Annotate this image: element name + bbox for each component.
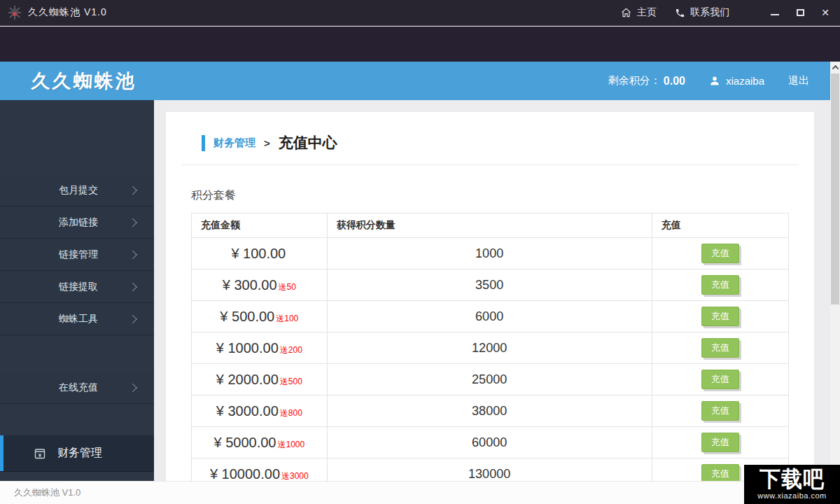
user-icon xyxy=(709,76,720,87)
window-title: 久久蜘蛛池 V1.0 xyxy=(28,6,107,19)
chevron-right-icon xyxy=(128,383,137,392)
sidebar-item-链接管理[interactable]: 链接管理 xyxy=(0,239,154,271)
amount-value: ¥ 2000.00 xyxy=(216,372,279,387)
scrollbar-thumb[interactable] xyxy=(831,74,839,304)
recharge-button[interactable]: 充值 xyxy=(701,401,739,421)
package-row: ¥ 100.00 1000 充值 xyxy=(192,238,789,270)
maximize-button[interactable] xyxy=(792,5,808,20)
svg-text:¥: ¥ xyxy=(38,451,42,458)
packages-table: 充值金额 获得积分数量 充值 ¥ 100.00 1000 充值 ¥ 300.00… xyxy=(191,213,789,481)
content-panel: 财务管理 > 充值中心 积分套餐 充值金额 获得积分数量 充值 xyxy=(166,112,814,481)
scrollbar[interactable] xyxy=(830,62,840,481)
bonus-label: 送1000 xyxy=(277,440,304,449)
user-menu[interactable]: xiazaiba xyxy=(709,75,764,87)
bonus-label: 送500 xyxy=(280,377,302,386)
breadcrumb: 财务管理 > 充值中心 xyxy=(202,112,789,153)
recharge-button[interactable]: 充值 xyxy=(701,307,739,326)
points-label: 剩余积分： xyxy=(608,74,661,88)
chevron-right-icon xyxy=(128,186,137,195)
package-row: ¥ 300.00送50 3500 充值 xyxy=(192,270,789,301)
watermark-title: 下载吧 xyxy=(760,468,825,491)
packages-tbody: ¥ 100.00 1000 充值 ¥ 300.00送50 3500 充值 ¥ 5… xyxy=(192,238,789,482)
titlebar: 久久蜘蛛池 V1.0 主页 联系我们 xyxy=(0,0,840,26)
package-row: ¥ 1000.00送200 12000 充值 xyxy=(192,332,789,364)
bonus-label: 送100 xyxy=(276,314,298,323)
home-icon xyxy=(620,7,632,18)
app-window: 久久蜘蛛池 V1.0 主页 联系我们 xyxy=(0,0,840,504)
breadcrumb-section[interactable]: 财务管理 xyxy=(214,136,255,150)
remaining-points: 剩余积分： 0.00 xyxy=(608,74,685,88)
points-value: 0.00 xyxy=(664,75,685,88)
section-title: 积分套餐 xyxy=(191,188,789,203)
sidebar-item-蜘蛛工具[interactable]: 蜘蛛工具 xyxy=(0,303,154,335)
close-button[interactable]: ✕ xyxy=(818,5,833,20)
watermark-url: www.xiazaiba.com xyxy=(757,492,826,500)
content-area: 财务管理 > 充值中心 积分套餐 充值金额 获得积分数量 充值 xyxy=(154,100,830,481)
breadcrumb-accent-bar xyxy=(202,135,205,151)
recharge-button[interactable]: 充值 xyxy=(701,244,739,263)
status-text: 久久蜘蛛池 V1.0 xyxy=(14,486,80,499)
recharge-button[interactable]: 充值 xyxy=(701,275,739,295)
header-bar: 久久蜘蛛池 剩余积分： 0.00 xiazaiba 退出 xyxy=(0,62,830,100)
col-header-points: 获得积分数量 xyxy=(327,214,652,238)
amount-value: ¥ 5000.00 xyxy=(214,435,276,450)
amount-value: ¥ 3000.00 xyxy=(216,403,279,419)
logout-button[interactable]: 退出 xyxy=(788,74,809,88)
amount-value: ¥ 500.00 xyxy=(220,309,274,324)
col-header-amount: 充值金额 xyxy=(192,214,328,238)
package-row: ¥ 5000.00送1000 60000 充值 xyxy=(192,427,789,458)
points-value: 6000 xyxy=(327,301,652,332)
main-region: 管理中心 我的应用 包月提交 添加链接 链接管理 链接提取 蜘蛛工具 ¥ 财务管… xyxy=(0,100,840,481)
amount-value: ¥ 100.00 xyxy=(231,246,286,261)
chevron-right-icon xyxy=(128,218,137,227)
points-value: 25000 xyxy=(327,364,652,396)
recharge-button[interactable]: 充值 xyxy=(701,370,739,389)
chevron-right-icon xyxy=(128,282,137,291)
bonus-label: 送3000 xyxy=(281,471,309,481)
sidebar-item-包月提交[interactable]: 包月提交 xyxy=(0,174,154,206)
divider xyxy=(181,164,799,165)
minimize-button[interactable] xyxy=(767,5,783,20)
breadcrumb-separator: > xyxy=(264,137,270,149)
top-strip xyxy=(0,27,840,62)
nav-home[interactable]: 主页 xyxy=(620,6,657,19)
points-value: 60000 xyxy=(327,427,652,458)
amount-value: ¥ 300.00 xyxy=(223,277,277,293)
bonus-label: 送50 xyxy=(279,282,296,292)
page-title: 充值中心 xyxy=(279,133,337,153)
sidebar-item-添加链接[interactable]: 添加链接 xyxy=(0,206,154,239)
chevron-up-icon xyxy=(832,65,839,72)
recharge-button[interactable]: 充值 xyxy=(701,433,739,452)
package-row: ¥ 500.00送100 6000 充值 xyxy=(192,301,789,332)
sidebar: 管理中心 我的应用 包月提交 添加链接 链接管理 链接提取 蜘蛛工具 ¥ 财务管… xyxy=(0,100,154,481)
recharge-button[interactable]: 充值 xyxy=(701,464,739,481)
spider-logo-icon xyxy=(7,5,22,20)
package-row: ¥ 3000.00送800 38000 充值 xyxy=(192,396,789,427)
sidebar-item-在线充值[interactable]: 在线充值 xyxy=(0,372,154,404)
amount-value: ¥ 10000.00 xyxy=(210,466,280,482)
chevron-right-icon xyxy=(128,250,137,259)
status-bar: 久久蜘蛛池 V1.0 xyxy=(0,481,840,504)
package-row: ¥ 2000.00送500 25000 充值 xyxy=(192,364,789,396)
scroll-up-button[interactable] xyxy=(830,62,840,74)
watermark: 下载吧 www.xiazaiba.com xyxy=(744,465,840,504)
username: xiazaiba xyxy=(726,75,764,87)
points-value: 12000 xyxy=(327,332,652,364)
nav-contact[interactable]: 联系我们 xyxy=(675,6,729,19)
points-value: 130000 xyxy=(327,458,652,482)
brand-logo: 久久蜘蛛池 xyxy=(31,69,137,94)
points-value: 38000 xyxy=(327,396,652,427)
window-controls: ✕ xyxy=(767,5,833,20)
recharge-button[interactable]: 充值 xyxy=(701,338,739,358)
points-value: 1000 xyxy=(327,238,652,270)
bonus-label: 送800 xyxy=(280,408,302,418)
phone-icon xyxy=(675,8,685,18)
sidebar-item-链接提取[interactable]: 链接提取 xyxy=(0,271,154,303)
package-row: ¥ 10000.00送3000 130000 充值 xyxy=(192,458,789,482)
chevron-right-icon xyxy=(128,314,137,323)
table-header-row: 充值金额 获得积分数量 充值 xyxy=(192,214,789,238)
col-header-action: 充值 xyxy=(652,214,788,238)
points-value: 3500 xyxy=(327,270,652,301)
finance-icon: ¥ xyxy=(32,446,48,461)
amount-value: ¥ 1000.00 xyxy=(216,340,279,356)
